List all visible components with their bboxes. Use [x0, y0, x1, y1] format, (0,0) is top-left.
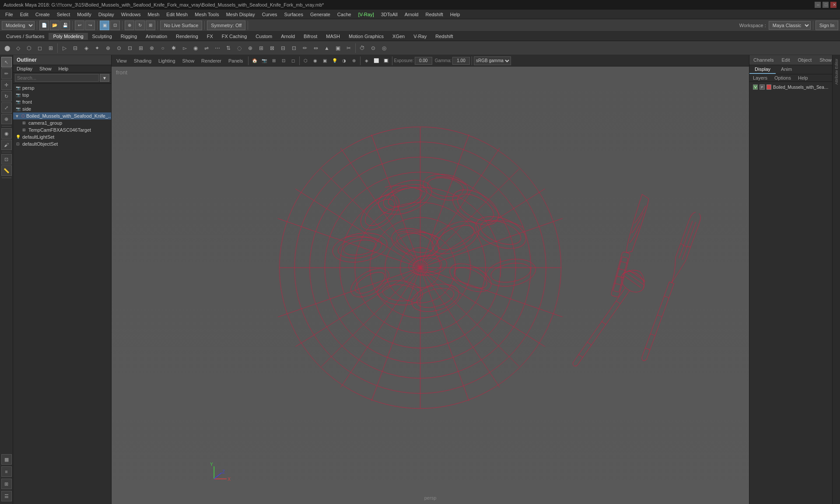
rp-object-btn[interactable]: Object [794, 56, 815, 64]
rotate-btn[interactable]: ↻ [135, 21, 145, 30]
connect-icon[interactable]: ✦ [92, 43, 102, 53]
connection-editor-tool[interactable]: ⊞ [1, 479, 12, 489]
select-face-icon[interactable]: ◻ [35, 43, 45, 53]
module-curves-surfaces[interactable]: Curves / Surfaces [2, 33, 49, 40]
triangulate-icon[interactable]: ▲ [322, 43, 332, 53]
outliner-item-boiled-mussels[interactable]: ▼ ⬡ Boiled_Mussels_with_Seafood_Knife_..… [13, 112, 111, 119]
wedge-icon[interactable]: ▻ [179, 43, 190, 53]
minimize-button[interactable]: – [815, 2, 821, 8]
scale-tool[interactable]: ⤢ [1, 102, 12, 113]
vp-resolution-icon[interactable]: ⬜ [372, 56, 381, 65]
vp-menu-panels[interactable]: Panels [225, 57, 246, 65]
rp-channels-btn[interactable]: Channels [750, 56, 777, 64]
outliner-search-options[interactable]: ▼ [100, 74, 109, 82]
vp-frame-selected-icon[interactable]: ◻ [289, 56, 298, 65]
vp-menu-lighting[interactable]: Lighting [155, 57, 178, 65]
menu-vray[interactable]: [V-Ray] [355, 11, 378, 18]
outliner-search-input[interactable] [15, 74, 99, 82]
exposure-input[interactable] [415, 57, 432, 65]
outliner-item-side[interactable]: 📷 side [13, 105, 111, 112]
boolean-icon[interactable]: ⊕ [245, 43, 256, 53]
module-redshift[interactable]: Redshift [431, 33, 457, 40]
vp-shadow-icon[interactable]: ◑ [340, 56, 349, 65]
menu-redshift[interactable]: Redshift [422, 11, 446, 18]
target-weld-icon[interactable]: ⊗ [147, 43, 157, 53]
save-btn[interactable]: 💾 [60, 21, 70, 30]
module-mash[interactable]: MASH [322, 33, 344, 40]
menu-modify[interactable]: Modify [74, 11, 94, 18]
module-fx[interactable]: FX [203, 33, 217, 40]
circularize-icon[interactable]: ◉ [190, 43, 201, 53]
vp-ao-icon[interactable]: ⊕ [350, 56, 358, 65]
rp-tab-display[interactable]: Display [749, 65, 776, 74]
layer-color-swatch[interactable] [766, 84, 771, 90]
outliner-menu-display[interactable]: Display [13, 65, 36, 72]
vp-wireframe-icon[interactable]: ⬡ [301, 56, 310, 65]
mirror-icon[interactable]: ⇔ [311, 43, 321, 53]
rp-subtab-layers[interactable]: Layers [749, 74, 771, 81]
loop-cut-icon[interactable]: ⊡ [125, 43, 135, 53]
module-rendering[interactable]: Rendering [172, 33, 203, 40]
maximize-button[interactable]: □ [822, 2, 829, 8]
module-custom[interactable]: Custom [251, 33, 276, 40]
render-region-tool[interactable]: ▦ [1, 454, 12, 465]
vp-frame-all-icon[interactable]: ⊡ [279, 56, 288, 65]
move-btn[interactable]: ⊕ [125, 21, 134, 30]
rotate-tool[interactable]: ↻ [1, 91, 12, 102]
open-btn[interactable]: 📂 [50, 21, 60, 30]
module-sculpting[interactable]: Sculpting [88, 33, 116, 40]
menu-create[interactable]: Create [32, 11, 53, 18]
symmetry-btn[interactable]: Symmetry: Off [207, 21, 245, 30]
select-vertex-icon[interactable]: ◇ [13, 43, 23, 53]
menu-edit[interactable]: Edit [17, 11, 32, 18]
slide-edge-icon[interactable]: ⇌ [201, 43, 212, 53]
vp-gate-icon[interactable]: 🔲 [382, 56, 390, 65]
gamma-input[interactable] [452, 57, 470, 65]
bevel-icon[interactable]: ◈ [81, 43, 91, 53]
universal-manip-tool[interactable]: ⊕ [1, 114, 12, 124]
layer-reference-checkbox[interactable]: P [760, 84, 764, 90]
outliner-menu-help[interactable]: Help [55, 65, 72, 72]
menu-windows[interactable]: Windows [118, 11, 144, 18]
lasso-btn[interactable]: ⊡ [110, 21, 120, 30]
select-tool[interactable]: ↖ [1, 57, 12, 67]
icon-extra2[interactable]: ◎ [379, 43, 389, 53]
mode-select[interactable]: Modeling [2, 21, 35, 30]
vp-home-icon[interactable]: 🏠 [250, 56, 259, 65]
layer-item-boiled-mussels[interactable]: V P Boiled_Mussels_with_Seafood [751, 84, 830, 91]
move-tool[interactable]: ✛ [1, 80, 12, 90]
separate-icon[interactable]: ⊠ [267, 43, 277, 53]
outliner-item-tempcam[interactable]: ⊞ TempCamFBXASC046Target [13, 126, 111, 133]
paint-select-tool[interactable]: 🖌 [1, 140, 12, 150]
outliner-item-top[interactable]: 📷 top [13, 91, 111, 98]
module-animation[interactable]: Animation [141, 33, 172, 40]
vp-textured-icon[interactable]: ▣ [321, 56, 329, 65]
outliner-item-default-light-set[interactable]: 💡 defaultLightSet [13, 133, 111, 140]
rp-subtab-options[interactable]: Options [771, 74, 794, 81]
history-icon[interactable]: ⏱ [357, 43, 368, 53]
attribute-editor-label[interactable]: Attribute Editor [834, 55, 839, 88]
vp-grid-icon[interactable]: ⊞ [270, 56, 278, 65]
sculpt-icon[interactable]: ✏ [300, 43, 310, 53]
vp-light-icon[interactable]: 💡 [330, 56, 339, 65]
outliner-item-persp[interactable]: 📷 persp [13, 84, 111, 91]
poke-icon[interactable]: ✱ [168, 43, 179, 53]
attribute-editor-tool[interactable]: ☰ [1, 491, 12, 501]
menu-mesh-display[interactable]: Mesh Display [223, 11, 259, 18]
select-uv-icon[interactable]: ⊞ [46, 43, 56, 53]
vp-menu-renderer[interactable]: Renderer [198, 57, 224, 65]
menu-edit-mesh[interactable]: Edit Mesh [163, 11, 191, 18]
module-rigging[interactable]: Rigging [116, 33, 141, 40]
module-bifrost[interactable]: Bifrost [299, 33, 322, 40]
menu-cache[interactable]: Cache [334, 11, 355, 18]
menu-3dtoall[interactable]: 3DToAll [378, 11, 401, 18]
merge-icon[interactable]: ⊙ [114, 43, 124, 53]
sign-in-btn[interactable]: Sign In [816, 21, 838, 30]
offset-loop-icon[interactable]: ⊞ [136, 43, 146, 53]
new-btn[interactable]: 📄 [39, 21, 49, 30]
extract-icon[interactable]: ⊟ [278, 43, 288, 53]
append-polygon-icon[interactable]: ▷ [59, 43, 70, 53]
rp-subtab-help[interactable]: Help [794, 74, 812, 81]
menu-generate[interactable]: Generate [307, 11, 334, 18]
snap-tool[interactable]: ⊡ [1, 154, 12, 164]
